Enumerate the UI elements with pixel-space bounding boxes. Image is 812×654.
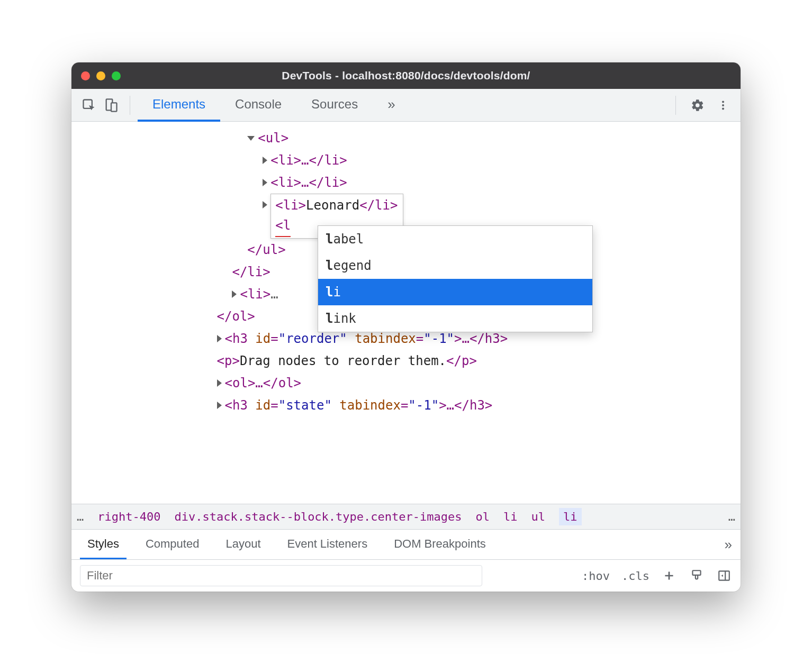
tabs-overflow-icon[interactable]: »	[373, 89, 410, 122]
paint-brush-icon[interactable]	[689, 568, 705, 584]
disclosure-triangle-icon[interactable]	[247, 136, 255, 141]
close-window-button[interactable]	[81, 71, 90, 80]
breadcrumb-item[interactable]: ul	[531, 510, 546, 523]
breadcrumb-item[interactable]: li	[503, 510, 518, 523]
dom-node[interactable]: <li>…</li>	[270, 153, 347, 168]
dom-node[interactable]: </ul>	[247, 242, 285, 257]
minimize-window-button[interactable]	[96, 71, 105, 80]
toolbar-separator	[675, 96, 676, 115]
traffic-lights	[81, 71, 121, 80]
styles-tab-computed[interactable]: Computed	[138, 530, 207, 559]
new-style-rule-icon[interactable]	[661, 568, 677, 584]
elements-tree[interactable]: <ul> <li>…</li> <li>…</li> <li>Leonard</…	[71, 122, 741, 504]
maximize-window-button[interactable]	[112, 71, 121, 80]
autocomplete-item[interactable]: li	[318, 279, 592, 305]
dom-node[interactable]: <ol>…</ol>	[225, 376, 302, 390]
autocomplete-item[interactable]: label	[318, 226, 592, 252]
dom-node[interactable]: <h3 id="reorder" tabindex="-1">…</h3>	[225, 331, 508, 346]
disclosure-triangle-icon[interactable]	[217, 402, 222, 409]
toolbar-separator	[130, 96, 130, 115]
svg-point-3	[722, 101, 724, 103]
titlebar: DevTools - localhost:8080/docs/devtools/…	[71, 62, 741, 89]
disclosure-triangle-icon[interactable]	[217, 379, 222, 387]
disclosure-triangle-icon[interactable]	[217, 335, 222, 342]
inspect-element-icon[interactable]	[78, 94, 100, 116]
dom-node[interactable]: </li>	[232, 265, 270, 279]
tab-console[interactable]: Console	[220, 89, 296, 122]
dom-node[interactable]: <p>Drag nodes to reorder them.</p>	[217, 353, 477, 368]
disclosure-triangle-icon[interactable]	[263, 179, 267, 186]
svg-rect-6	[692, 570, 700, 575]
styles-tab-layout[interactable]: Layout	[218, 530, 268, 559]
styles-tab-event-listeners[interactable]: Event Listeners	[280, 530, 375, 559]
styles-filter-input[interactable]	[80, 565, 482, 586]
styles-tab-dom-breakpoints[interactable]: DOM Breakpoints	[386, 530, 493, 559]
breadcrumb-item[interactable]: right-400	[97, 510, 160, 523]
toggle-sidebar-icon[interactable]	[716, 568, 732, 584]
window-title: DevTools - localhost:8080/docs/devtools/…	[71, 69, 741, 82]
styles-tabs-overflow-icon[interactable]: »	[725, 537, 732, 553]
dom-node[interactable]: <li>…</li>	[270, 175, 347, 190]
breadcrumb-item[interactable]: ol	[476, 510, 490, 523]
autocomplete-popup[interactable]: label legend li link	[318, 225, 593, 332]
svg-rect-2	[111, 103, 117, 111]
autocomplete-item[interactable]: link	[318, 305, 592, 332]
cls-toggle[interactable]: .cls	[621, 569, 649, 583]
dom-node[interactable]: <ul>	[258, 131, 288, 146]
breadcrumb-overflow-left[interactable]: …	[77, 510, 84, 523]
breadcrumb-item-selected[interactable]: li	[559, 508, 582, 525]
styles-tab-styles[interactable]: Styles	[80, 530, 127, 559]
svg-rect-7	[719, 571, 729, 580]
panel-tabs: Elements Console Sources »	[138, 89, 410, 121]
breadcrumb-item[interactable]: div.stack.stack--block.type.center-image…	[174, 510, 462, 523]
main-toolbar: Elements Console Sources »	[71, 89, 741, 122]
styles-filter-bar: :hov .cls	[71, 560, 741, 592]
tab-sources[interactable]: Sources	[296, 89, 373, 122]
kebab-menu-icon[interactable]	[712, 94, 734, 116]
gear-icon[interactable]	[687, 94, 709, 116]
dom-node[interactable]: <li>	[240, 287, 270, 302]
svg-point-5	[722, 107, 724, 110]
dom-node[interactable]: </ol>	[217, 309, 255, 324]
breadcrumb-overflow-right[interactable]: …	[728, 510, 735, 523]
disclosure-triangle-icon[interactable]	[263, 157, 267, 164]
svg-point-4	[722, 104, 724, 106]
devtools-window: DevTools - localhost:8080/docs/devtools/…	[71, 62, 741, 592]
dom-breadcrumb[interactable]: … right-400 div.stack.stack--block.type.…	[71, 504, 741, 529]
autocomplete-item[interactable]: legend	[318, 252, 592, 279]
styles-tabs: Styles Computed Layout Event Listeners D…	[71, 529, 741, 560]
disclosure-triangle-icon[interactable]	[263, 201, 267, 208]
disclosure-triangle-icon[interactable]	[232, 290, 237, 298]
tab-elements[interactable]: Elements	[138, 89, 220, 122]
hov-toggle[interactable]: :hov	[582, 569, 610, 583]
device-toolbar-icon[interactable]	[100, 94, 122, 116]
dom-node[interactable]: <h3 id="state" tabindex="-1">…</h3>	[225, 398, 493, 413]
